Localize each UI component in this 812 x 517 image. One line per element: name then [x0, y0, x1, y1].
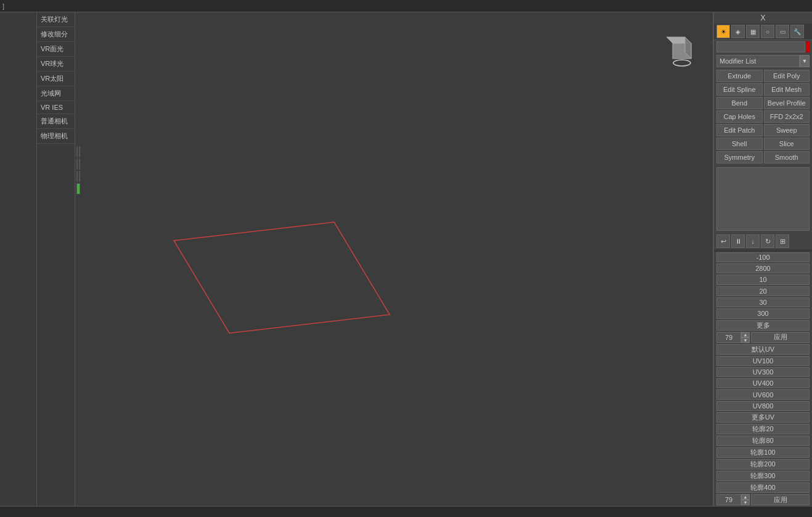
smooth-btn[interactable]: Smooth: [764, 151, 810, 163]
contour20-btn[interactable]: 轮廓20: [716, 424, 810, 434]
export-icon[interactable]: ⊞: [776, 234, 789, 248]
swatch-3[interactable]: [79, 159, 80, 170]
spinner-down-1[interactable]: ▼: [741, 337, 750, 343]
more-uv-btn[interactable]: 更多UV: [716, 412, 810, 423]
bend-btn[interactable]: Bend: [716, 97, 763, 109]
grid-icon-btn[interactable]: ▦: [746, 25, 760, 38]
sidebar-item-2[interactable]: VR面光: [37, 42, 75, 57]
bevel-profile-btn[interactable]: Bevel Profile: [764, 97, 810, 109]
spinner-down-2[interactable]: ▼: [741, 500, 750, 505]
sidebar-item-6[interactable]: VR IES: [37, 101, 75, 114]
uv100-btn[interactable]: UV100: [716, 356, 810, 366]
contour200-btn[interactable]: 轮廓200: [716, 459, 810, 469]
uv300-btn[interactable]: UV300: [716, 367, 810, 377]
modifier-icon-btn[interactable]: ◈: [731, 25, 745, 38]
sidebar-item-3[interactable]: VR球光: [37, 57, 75, 72]
apply-btn-1[interactable]: 应用: [751, 332, 810, 343]
edit-mesh-btn[interactable]: Edit Mesh: [764, 83, 810, 96]
status-bar: [0, 506, 812, 517]
modifier-dropdown: Modifier List ▼: [714, 54, 812, 68]
swatch-1[interactable]: [79, 146, 80, 157]
sphere-icon-btn[interactable]: ○: [761, 25, 774, 38]
spinner-arrows-1: ▲ ▼: [741, 332, 750, 343]
num-btn-2800[interactable]: 2800: [716, 263, 810, 273]
swatch-0[interactable]: [76, 146, 78, 157]
contour100-btn[interactable]: 轮廓100: [716, 447, 810, 458]
symmetry-btn[interactable]: Symmetry: [716, 151, 763, 163]
sidebar-menu: [0, 12, 37, 506]
num-btn-neg100[interactable]: -100: [716, 252, 810, 262]
top-bar-label: ]: [2, 2, 4, 10]
edit-poly-btn[interactable]: Edit Poly: [764, 70, 810, 82]
uv400-btn[interactable]: UV400: [716, 378, 810, 388]
slice-btn[interactable]: Slice: [764, 138, 810, 150]
refresh-icon[interactable]: ↻: [761, 234, 774, 248]
dropdown-arrow[interactable]: ▼: [800, 55, 810, 67]
top-bar: ]: [0, 0, 812, 12]
sidebar-item-0[interactable]: 关联灯光: [37, 12, 75, 27]
viewport: 关联灯光 修改细分 VR面光 VR球光 VR太阳 光域网 VR IES 普通相机…: [37, 12, 713, 506]
section-divider-1: [714, 249, 812, 252]
edit-spline-btn[interactable]: Edit Spline: [716, 83, 763, 96]
sidebar-item-4[interactable]: VR太阳: [37, 72, 75, 86]
sidebar-item-1[interactable]: 修改细分: [37, 27, 75, 42]
shape-outline: [174, 222, 390, 333]
spinner-up-1[interactable]: ▲: [741, 332, 750, 337]
apply-btn-3[interactable]: 应用: [751, 494, 810, 505]
num-btn-20[interactable]: 20: [716, 286, 810, 296]
contour400-btn[interactable]: 轮廓400: [716, 482, 810, 493]
swatch-4[interactable]: [76, 171, 78, 182]
edit-patch-btn[interactable]: Edit Patch: [716, 124, 763, 136]
preview-area: [716, 167, 810, 231]
sidebar-item-5[interactable]: 光域网: [37, 86, 75, 101]
wrench-icon-btn[interactable]: 🔧: [790, 25, 804, 38]
sidebar-item-7[interactable]: 普通相机: [37, 114, 75, 129]
red-button[interactable]: [806, 41, 810, 52]
thumbnail-svg: [663, 31, 700, 68]
display-icon-btn[interactable]: ▭: [776, 25, 789, 38]
ffd-btn[interactable]: FFD 2x2x2: [764, 110, 810, 123]
modifier-select[interactable]: Modifier List: [716, 55, 800, 67]
swatch-2[interactable]: [76, 159, 78, 170]
spinner-input-1[interactable]: [716, 332, 741, 343]
sweep-btn[interactable]: Sweep: [764, 124, 810, 136]
default-uv-btn[interactable]: 默认UV: [716, 344, 810, 355]
viewport-canvas: [75, 12, 713, 506]
spinner-row-1: ▲ ▼ 应用: [714, 331, 812, 344]
obj-thumbnail: [663, 31, 700, 68]
spinner-up-2[interactable]: ▲: [741, 494, 750, 500]
pause-icon[interactable]: ⏸: [731, 234, 745, 248]
icons-toolbar: ☀ ◈ ▦ ○ ▭ 🔧: [714, 23, 812, 40]
color-input[interactable]: [716, 41, 805, 52]
preview-toolbar: ↩ ⏸ ↓ ↻ ⊞: [714, 233, 812, 249]
num-btn-300[interactable]: 300: [716, 308, 810, 318]
sidebar-item-8[interactable]: 物理相机: [37, 129, 75, 144]
contour300-btn[interactable]: 轮廓300: [716, 471, 810, 481]
num-btn-30[interactable]: 30: [716, 297, 810, 307]
spinner-row-2: ▲ ▼ 应用: [714, 494, 812, 506]
shell-btn[interactable]: Shell: [716, 138, 763, 150]
main-layout: 关联灯光 修改细分 VR面光 VR球光 VR太阳 光域网 VR IES 普通相机…: [0, 12, 812, 506]
contour80-btn[interactable]: 轮廓80: [716, 436, 810, 446]
swatches-panel: [75, 145, 81, 196]
swatch-5[interactable]: [79, 171, 80, 182]
num-btn-more[interactable]: 更多: [716, 320, 810, 331]
spinner-arrows-2: ▲ ▼: [741, 494, 750, 505]
right-panel: X ☀ ◈ ▦ ○ ▭ 🔧 Modifier List ▼ Extrude Ed…: [713, 12, 812, 506]
back-icon[interactable]: ↩: [716, 234, 730, 248]
x-label: X: [714, 12, 812, 23]
cap-holes-btn[interactable]: Cap Holes: [716, 110, 763, 123]
modifier-buttons: Extrude Edit Poly Edit Spline Edit Mesh …: [714, 68, 812, 165]
down-icon[interactable]: ↓: [746, 234, 760, 248]
sidebar-panel: 关联灯光 修改细分 VR面光 VR球光 VR太阳 光域网 VR IES 普通相机…: [37, 12, 75, 506]
extrude-btn[interactable]: Extrude: [716, 70, 763, 82]
swatch-6[interactable]: [76, 183, 80, 194]
spinner-input-2[interactable]: [716, 494, 741, 505]
uv800-btn[interactable]: UV800: [716, 401, 810, 411]
red-input-row: [714, 40, 812, 54]
uv600-btn[interactable]: UV600: [716, 389, 810, 399]
svg-point-3: [673, 60, 691, 66]
sun-icon-btn[interactable]: ☀: [716, 25, 730, 38]
num-btn-10[interactable]: 10: [716, 275, 810, 284]
